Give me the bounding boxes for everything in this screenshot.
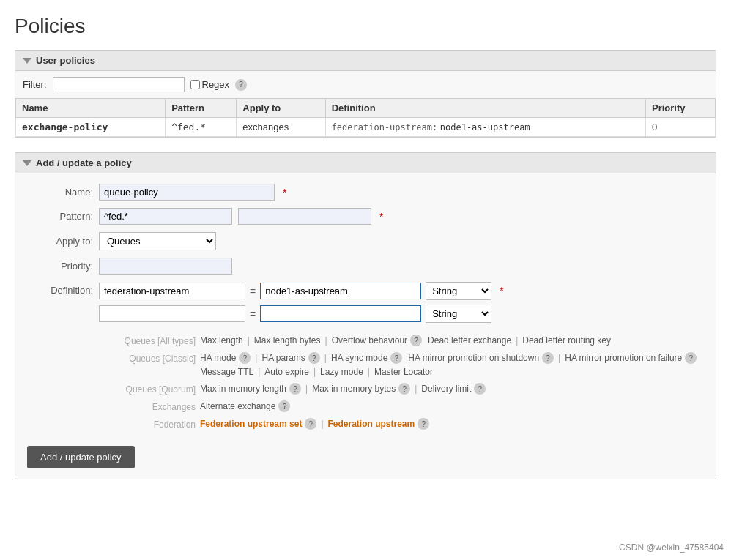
eq-sign-1: = — [250, 285, 256, 297]
alt-exchange-help[interactable]: ? — [278, 400, 290, 412]
name-label: Name: — [27, 187, 93, 198]
pattern-input[interactable] — [99, 208, 232, 225]
hint-max-in-memory-bytes[interactable]: Max in memory bytes — [312, 384, 396, 394]
collapse-add-icon[interactable] — [23, 160, 31, 166]
priority-input[interactable] — [99, 258, 232, 275]
pattern-input2[interactable] — [238, 208, 371, 225]
queues-quorum-links: Max in memory length ? | Max in memory b… — [200, 383, 486, 395]
hint-ha-mode[interactable]: HA mode — [200, 353, 236, 363]
hint-dead-letter-routing-key[interactable]: Dead letter routing key — [522, 335, 611, 346]
policy-name-cell: exchange-policy — [16, 118, 166, 137]
col-pattern: Pattern — [166, 99, 237, 118]
col-priority: Priority — [646, 99, 716, 118]
regex-checkbox[interactable] — [190, 80, 200, 89]
apply-to-row: Apply to: QueuesExchangesAll — [27, 232, 704, 250]
def-val-input-1[interactable] — [260, 283, 421, 299]
hint-message-ttl[interactable]: Message TTL — [200, 367, 253, 377]
hint-max-in-memory-length[interactable]: Max in memory length — [200, 384, 286, 394]
col-definition: Definition — [325, 99, 645, 118]
eq-sign-2: = — [250, 308, 256, 320]
max-in-mem-bytes-help[interactable]: ? — [398, 383, 410, 395]
def-val-input-2[interactable] — [260, 305, 421, 322]
pattern-label: Pattern: — [27, 211, 93, 222]
ha-mode-help[interactable]: ? — [239, 352, 251, 364]
hint-delivery-limit[interactable]: Delivery limit — [421, 384, 471, 394]
policies-table: Name Pattern Apply to Definition Priorit… — [15, 98, 716, 137]
filter-row: Filter: Regex ? — [15, 71, 716, 98]
pattern-row: Pattern: * — [27, 208, 704, 225]
queues-classic-label: Queues [Classic] — [100, 352, 196, 364]
def-type-select-1[interactable]: StringNumberBooleanList — [426, 282, 491, 300]
hint-queues-quorum: Queues [Quorum] Max in memory length ? |… — [100, 383, 704, 395]
add-update-button[interactable]: Add / update policy — [27, 446, 135, 468]
priority-row: Priority: — [27, 258, 704, 275]
table-row[interactable]: exchange-policy ^fed.* exchanges federat… — [16, 118, 716, 137]
def-type-select-2[interactable]: StringNumberBooleanList — [426, 305, 491, 323]
delivery-limit-help[interactable]: ? — [474, 383, 486, 395]
policy-def-cell: federation-upstream: node1-as-upstream — [325, 118, 645, 137]
add-update-header: Add / update a policy — [15, 153, 716, 173]
hint-queues-all: Queues [All types] Max length | Max leng… — [100, 335, 704, 346]
hint-ha-mirror-shutdown[interactable]: HA mirror promotion on shutdown — [408, 353, 539, 363]
hint-alternate-exchange[interactable]: Alternate exchange — [200, 401, 275, 411]
queues-classic-links: HA mode ? | HA params ? | HA sync mode ?… — [200, 352, 704, 377]
exchanges-label: Exchanges — [100, 400, 196, 412]
queues-all-label: Queues [All types] — [100, 335, 196, 346]
col-apply-to: Apply to — [237, 99, 325, 118]
hint-queues-classic: Queues [Classic] HA mode ? | HA params ?… — [100, 352, 704, 377]
hint-fed-upstream-set[interactable]: Federation upstream set — [200, 419, 302, 429]
ha-sync-help[interactable]: ? — [390, 352, 402, 364]
name-row: Name: * — [27, 184, 704, 201]
regex-help-badge[interactable]: ? — [235, 79, 247, 91]
hint-ha-params[interactable]: HA params — [261, 353, 305, 363]
federation-links: Federation upstream set ? | Federation u… — [200, 418, 429, 430]
hint-federation: Federation Federation upstream set ? | F… — [100, 418, 704, 430]
priority-label: Priority: — [27, 261, 93, 272]
fed-upstream-help[interactable]: ? — [418, 418, 429, 430]
queues-quorum-label: Queues [Quorum] — [100, 383, 196, 395]
ha-params-help[interactable]: ? — [308, 352, 320, 364]
queues-all-links: Max length | Max length bytes | Overflow… — [200, 335, 611, 346]
def-key-input-2[interactable] — [99, 305, 245, 322]
policy-priority-cell: 0 — [646, 118, 716, 137]
user-policies-section: User policies Filter: Regex ? Name Patte… — [15, 50, 716, 138]
hint-max-length[interactable]: Max length — [200, 335, 243, 346]
apply-to-select[interactable]: QueuesExchangesAll — [99, 232, 216, 250]
col-name: Name — [16, 99, 166, 118]
hint-ha-sync-mode[interactable]: HA sync mode — [331, 353, 387, 363]
hint-exchanges: Exchanges Alternate exchange ? — [100, 400, 704, 412]
add-update-section: Add / update a policy Name: * Pattern: *… — [15, 152, 716, 479]
hint-fed-upstream[interactable]: Federation upstream — [328, 419, 415, 429]
policy-apply-to-cell: exchanges — [237, 118, 325, 137]
ha-mirror-failure-help[interactable]: ? — [685, 352, 697, 364]
collapse-icon[interactable] — [23, 58, 31, 64]
fed-upstream-set-help[interactable]: ? — [305, 418, 316, 430]
max-in-mem-len-help[interactable]: ? — [289, 383, 301, 395]
definition-fields: = StringNumberBooleanList = StringNumber… — [99, 282, 491, 327]
hint-master-locator[interactable]: Master Locator — [374, 367, 433, 377]
def-key-input-1[interactable] — [99, 283, 245, 299]
def-row-1: = StringNumberBooleanList — [99, 282, 491, 300]
hint-overflow-behaviour[interactable]: Overflow behaviour — [332, 335, 407, 346]
table-header-row: Name Pattern Apply to Definition Priorit… — [16, 99, 716, 118]
filter-label: Filter: — [23, 79, 47, 90]
hint-ha-mirror-failure[interactable]: HA mirror promotion on failure — [565, 353, 682, 363]
def-required: * — [500, 282, 503, 296]
policy-pattern-cell: ^fed.* — [166, 118, 237, 137]
hints-block: Queues [All types] Max length | Max leng… — [100, 335, 704, 430]
definition-label: Definition: — [27, 282, 93, 296]
pattern-required: * — [379, 211, 383, 223]
name-input[interactable] — [99, 184, 275, 201]
hint-auto-expire[interactable]: Auto expire — [264, 367, 309, 377]
hint-lazy-mode[interactable]: Lazy mode — [320, 367, 363, 377]
filter-input[interactable] — [53, 77, 185, 92]
hint-max-length-bytes[interactable]: Max length bytes — [254, 335, 321, 346]
federation-label: Federation — [100, 418, 196, 430]
ha-mirror-shutdown-help[interactable]: ? — [542, 352, 554, 364]
definition-row: Definition: = StringNumberBooleanList = … — [27, 282, 704, 327]
user-policies-label: User policies — [36, 55, 95, 66]
overflow-help[interactable]: ? — [410, 335, 422, 346]
add-update-form: Name: * Pattern: * Apply to: QueuesExcha… — [15, 173, 716, 479]
hint-dead-letter-exchange[interactable]: Dead letter exchange — [428, 335, 511, 346]
exchanges-links: Alternate exchange ? — [200, 400, 290, 412]
